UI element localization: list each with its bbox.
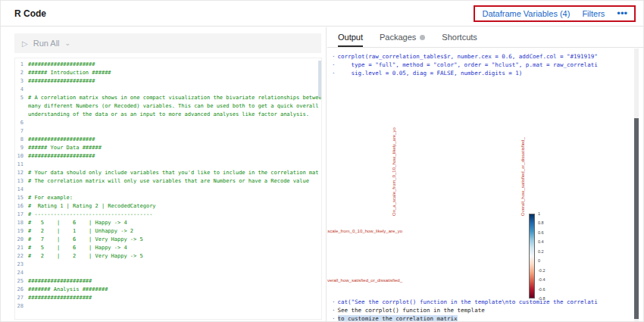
editor-line[interactable]: 23: [15, 261, 321, 269]
page-title: R Code: [14, 8, 46, 19]
tab-output[interactable]: Output: [338, 33, 363, 47]
editor-line[interactable]: 25####################: [15, 277, 321, 286]
line-number: 11: [15, 161, 28, 169]
editor-line[interactable]: 5# A correlation matrix shows in one com…: [15, 94, 321, 119]
console-code-line: · type = "full", method = "color", order…: [332, 61, 631, 69]
console-code-line: ·corrplot(raw_correlation_tables$r, numb…: [332, 52, 631, 61]
line-number: 19: [15, 227, 28, 236]
line-number: 7: [15, 127, 28, 136]
legend-tick: 0: [538, 258, 545, 263]
prompt-dot-icon: ·: [332, 61, 338, 68]
output-scrollbar-thumb[interactable]: [634, 118, 639, 319]
editor-line[interactable]: 16# Rating 1 | Rating 2 | RecodedCategor…: [15, 202, 321, 211]
console-echoed-code: ·corrplot(raw_correlation_tables$r, numb…: [332, 52, 631, 77]
legend-tick: 0.2: [538, 249, 545, 254]
line-number: 5: [15, 94, 28, 119]
plot-row-label-1: On_a_scale_from_0_10_how_likely_are_yo: [327, 229, 402, 233]
editor-line[interactable]: 6: [15, 119, 321, 127]
plot-column-label-2: Overall_how_satisfied_or_dissatisfied_: [521, 137, 526, 216]
tab-bar: Output Packages Shortcuts: [327, 27, 643, 48]
line-number: 12: [15, 169, 28, 177]
editor-line[interactable]: 20# 7 | 6 | Very Happy -> 5: [15, 236, 321, 244]
more-options-icon[interactable]: •••: [617, 10, 627, 17]
line-number: 6: [15, 119, 28, 127]
line-number: 18: [15, 219, 28, 227]
line-number: 1: [15, 61, 28, 69]
line-number: 4: [15, 86, 28, 94]
line-number: 25: [15, 277, 28, 286]
console-code-line: ·cat("See the corrplot() function in the…: [332, 298, 631, 306]
line-number: 22: [15, 252, 28, 261]
filters-link[interactable]: Filters: [582, 9, 605, 18]
line-number: 27: [15, 294, 28, 302]
prompt-dot-icon: ·: [332, 307, 338, 314]
line-number: 23: [15, 261, 28, 269]
editor-line[interactable]: 21# 5 | 6 | Happy -> 4: [15, 244, 321, 252]
editor-line[interactable]: 15# For example:: [15, 194, 321, 202]
legend-tick: 0.4: [538, 239, 545, 244]
editor-line[interactable]: 10#####################: [15, 152, 321, 161]
editor-line[interactable]: 4: [15, 86, 321, 94]
code-editor-panel: ▷ Run All ⌄ 1#####################2#####…: [1, 27, 327, 321]
editor-line[interactable]: 9###### Your Data ######: [15, 144, 321, 152]
tab-shortcuts[interactable]: Shortcuts: [442, 33, 477, 47]
editor-line[interactable]: 18# 5 | 6 | Happy -> 4: [15, 219, 321, 227]
output-panel: Output Packages Shortcuts ·corrplot(raw_…: [327, 27, 643, 321]
line-number: 17: [15, 211, 28, 219]
editor-line[interactable]: 19# 2 | 1 | Unhappy -> 2: [15, 227, 321, 236]
line-number: 16: [15, 202, 28, 211]
legend-tick: 0.6: [538, 230, 545, 235]
line-number: 9: [15, 144, 28, 152]
line-number: 15: [15, 194, 28, 202]
editor-line[interactable]: 2###### Introduction ######: [15, 69, 321, 77]
editor-line[interactable]: 12# Your data should only include variab…: [15, 169, 321, 177]
editor-line[interactable]: 3#####################: [15, 77, 321, 86]
editor-line[interactable]: 11: [15, 161, 321, 169]
editor-line[interactable]: 28: [15, 302, 321, 311]
dataframe-variables-link[interactable]: Dataframe Variables (4): [482, 9, 570, 18]
r-code-window: R Code Dataframe Variables (4) Filters •…: [0, 0, 644, 322]
console-output-tail: ·cat("See the corrplot() function in the…: [332, 298, 631, 321]
prompt-dot-icon: ·: [332, 53, 338, 60]
color-scale-legend: [529, 214, 535, 299]
legend-tick: -0.4: [538, 277, 545, 282]
line-number: 21: [15, 244, 28, 252]
plot-column-label-1: On_a_scale_from_0_10_how_likely_are_yo: [392, 127, 397, 216]
run-all-label: Run All: [33, 39, 60, 48]
chevron-down-icon[interactable]: ⌄: [65, 39, 71, 47]
annotation-box: Dataframe Variables (4) Filters •••: [474, 5, 636, 22]
line-number: 13: [15, 177, 28, 186]
line-number: 28: [15, 302, 28, 311]
header: R Code Dataframe Variables (4) Filters •…: [1, 1, 643, 27]
line-number: 8: [15, 136, 28, 144]
editor-scrollbar-thumb[interactable]: [318, 61, 321, 97]
line-number: 24: [15, 269, 28, 277]
editor-line[interactable]: 1#####################: [15, 61, 321, 69]
editor-line[interactable]: 26####### Analysis ########: [15, 286, 321, 294]
editor-line[interactable]: 13# The correlation matrix will only use…: [15, 177, 321, 186]
legend-tick-labels: 10.80.60.40.20-0.2-0.4-0.6-0.8: [538, 211, 545, 301]
line-number: 20: [15, 236, 28, 244]
editor-lines: 1#####################2###### Introducti…: [15, 61, 321, 311]
editor-line[interactable]: 8#####################: [15, 136, 321, 144]
editor-area[interactable]: 1#####################2###### Introducti…: [14, 58, 322, 320]
prompt-dot-icon: ·: [332, 315, 338, 321]
editor-line[interactable]: 24: [15, 269, 321, 277]
tab-packages[interactable]: Packages: [380, 33, 425, 47]
packages-badge-dot: [420, 35, 425, 40]
console-code-line: · sig.level = 0.05, diag = FALSE, number…: [332, 69, 631, 77]
editor-line[interactable]: 22# 2 | 2 | Very Happy -> 5: [15, 252, 321, 261]
editor-line[interactable]: 17# ------------------------------------…: [15, 211, 321, 219]
legend-tick: -0.2: [538, 268, 545, 273]
editor-line[interactable]: 7: [15, 127, 321, 136]
line-number: 14: [15, 186, 28, 194]
run-all-button[interactable]: ▷ Run All ⌄: [14, 33, 321, 53]
play-icon: ▷: [22, 39, 28, 48]
line-number: 26: [15, 286, 28, 294]
prompt-dot-icon: ·: [332, 70, 338, 77]
console-output-line-highlighted: ·to customize the correlation matrix: [332, 314, 631, 321]
legend-tick: 1: [538, 211, 545, 216]
editor-line[interactable]: 14: [15, 186, 321, 194]
prompt-dot-icon: ·: [332, 299, 338, 305]
editor-line[interactable]: 27####################: [15, 294, 321, 302]
